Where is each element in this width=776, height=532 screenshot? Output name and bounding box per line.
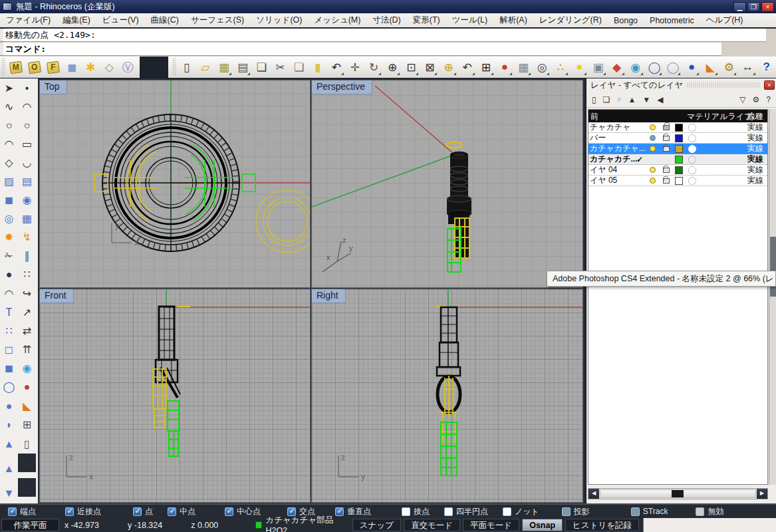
move-layer-up-icon[interactable]: ▲ (628, 95, 636, 104)
layer-tools-icon[interactable]: ⚙ (753, 95, 760, 104)
command-history-grip[interactable] (0, 29, 3, 41)
control-point-curve-icon[interactable]: ∿ (0, 98, 18, 116)
maximize-button[interactable]: ❐ (747, 2, 760, 12)
viewport-top[interactable]: Top (40, 80, 310, 287)
tag-m-icon[interactable]: M (7, 59, 25, 76)
rotate-view-icon[interactable]: ↻ (365, 59, 382, 76)
planar-button[interactable]: 平面モード (463, 519, 519, 531)
close-button[interactable]: × (761, 2, 774, 12)
osnap-knot[interactable]: ノット (503, 506, 539, 517)
circle-icon[interactable]: ○ (0, 116, 18, 135)
layer-material-icon[interactable] (688, 124, 696, 132)
split-icon[interactable]: ∥ (18, 247, 36, 265)
minimize-button[interactable]: ▁ (733, 2, 746, 12)
layer-visibility-icon[interactable] (650, 178, 656, 184)
current-layer-badge[interactable]: カチャカチャ部品H2O2 (255, 515, 350, 532)
osnap-near[interactable]: 近接点 (65, 506, 101, 517)
zoom-selected-icon[interactable]: ⊕ (440, 59, 457, 76)
command-input-grip[interactable] (0, 43, 3, 55)
menu-curve[interactable]: 曲線(C) (145, 13, 185, 28)
osnap-point[interactable]: 点 (133, 506, 153, 517)
viewport-front-label[interactable]: Front (40, 289, 74, 303)
layer-color-swatch[interactable] (675, 156, 683, 164)
layer-lock-icon[interactable] (663, 125, 670, 130)
layer-visibility-icon[interactable] (650, 167, 656, 173)
cut-icon[interactable]: ✂ (271, 59, 289, 76)
select-pointer-icon[interactable]: ➤ (0, 78, 18, 97)
layer-lock-icon[interactable] (663, 168, 670, 173)
menu-help[interactable]: ヘルプ(H) (700, 13, 749, 28)
menu-surface[interactable]: サーフェス(S) (185, 13, 250, 28)
layer-visibility-icon[interactable] (650, 135, 656, 141)
layer-lock-icon[interactable] (663, 146, 670, 152)
layer-color-swatch[interactable] (675, 124, 683, 132)
toolbar-grip-2[interactable] (172, 59, 176, 76)
tag-f-icon[interactable]: F (45, 59, 62, 76)
render-icon[interactable]: ◆ (608, 59, 626, 76)
box-icon[interactable]: ◼ (0, 191, 18, 209)
layer-lock-icon[interactable] (663, 136, 670, 141)
layer-material-icon[interactable] (688, 134, 696, 142)
help-icon[interactable]: ? (758, 59, 775, 76)
wire-sphere-icon[interactable]: ◯ (0, 378, 18, 396)
layers-panel-close-icon[interactable]: × (764, 80, 775, 90)
osnap-disable[interactable]: 無効 (696, 506, 723, 517)
diamond-icon[interactable]: ◇ (100, 59, 118, 76)
viewport-right[interactable]: Right (312, 289, 582, 502)
layer-material-icon[interactable] (688, 156, 696, 164)
menu-view[interactable]: ビュー(V) (96, 13, 145, 28)
loft-surface-icon[interactable]: ▤ (18, 172, 36, 191)
mesh-patch-icon[interactable]: ▦ (18, 209, 36, 228)
paste-icon[interactable]: ▮ (309, 59, 326, 76)
layer-color-swatch[interactable] (675, 166, 683, 174)
render-sphere-icon[interactable]: ● (683, 59, 700, 76)
half-cone-icon[interactable]: ◗ (0, 416, 18, 434)
menu-file[interactable]: ファイル(F) (0, 13, 57, 28)
dimension-icon[interactable]: ↔ (739, 59, 756, 76)
trim-icon[interactable]: ✁ (0, 247, 18, 265)
layer-color-swatch[interactable] (675, 177, 683, 185)
viewport-top-label[interactable]: Top (40, 80, 67, 94)
save-icon[interactable]: ▦ (215, 59, 233, 76)
boolean-diff-icon[interactable]: ∷ (18, 265, 36, 284)
cage-edit-icon[interactable]: ◻ (0, 340, 18, 359)
cube-icon[interactable]: ◼ (63, 59, 80, 76)
menu-render[interactable]: レンダリング(R) (533, 13, 608, 28)
interp-curve-icon[interactable]: ◠ (18, 98, 36, 116)
explode-icon[interactable]: ✸ (0, 228, 18, 247)
command-input[interactable]: コマンド: (0, 43, 721, 56)
delete-layer-icon[interactable]: × (616, 95, 621, 104)
truncated-cone-icon[interactable]: ▼ (0, 484, 18, 503)
viewport-perspective[interactable]: Perspective (312, 80, 582, 287)
extrude-icon[interactable]: ⇈ (18, 340, 36, 359)
snap-asterisk-icon[interactable]: ✱ (82, 59, 99, 76)
menu-tools[interactable]: ツール(L) (446, 13, 493, 28)
history-button[interactable]: ヒストリを記録 (565, 519, 639, 531)
layer-color-swatch[interactable] (675, 145, 683, 153)
layer-color-swatch[interactable] (675, 134, 683, 142)
pyramid-icon[interactable]: ▲ (0, 460, 18, 478)
layout-pages-icon[interactable]: ⊞ (18, 416, 36, 434)
undo-icon[interactable]: ↶ (328, 59, 345, 76)
open-file-icon[interactable]: ▱ (197, 59, 214, 76)
wireframe-sphere-icon[interactable]: ◯ (646, 59, 663, 76)
viewport-front[interactable]: Front (40, 289, 310, 502)
rectangle-icon[interactable]: ▭ (18, 135, 36, 154)
text-icon[interactable]: T (0, 303, 18, 322)
blend-curve-icon[interactable]: ◡ (18, 154, 36, 172)
boolean-union-icon[interactable]: ● (0, 265, 18, 284)
material-sphere-icon[interactable]: ● (18, 378, 36, 396)
osnap-tangent[interactable]: 接点 (402, 506, 430, 517)
layer-visibility-icon[interactable] (650, 124, 656, 130)
osnap-button[interactable]: Osnap (522, 519, 563, 531)
shaded-cube-icon[interactable]: ◼ (0, 359, 18, 378)
menu-transform[interactable]: 変形(T) (407, 13, 446, 28)
car-icon[interactable]: ● (496, 59, 513, 76)
lock-icon[interactable]: ▣ (589, 59, 606, 76)
cone-icon[interactable]: ▲ (0, 435, 18, 454)
fillet-curve-icon[interactable]: ◠ (0, 284, 18, 303)
layers-panel-grip[interactable] (687, 82, 760, 88)
mirror-icon[interactable]: ⇄ (18, 322, 36, 340)
layers-vscrollbar[interactable] (769, 109, 776, 485)
tag-o-icon[interactable]: O (26, 59, 43, 76)
